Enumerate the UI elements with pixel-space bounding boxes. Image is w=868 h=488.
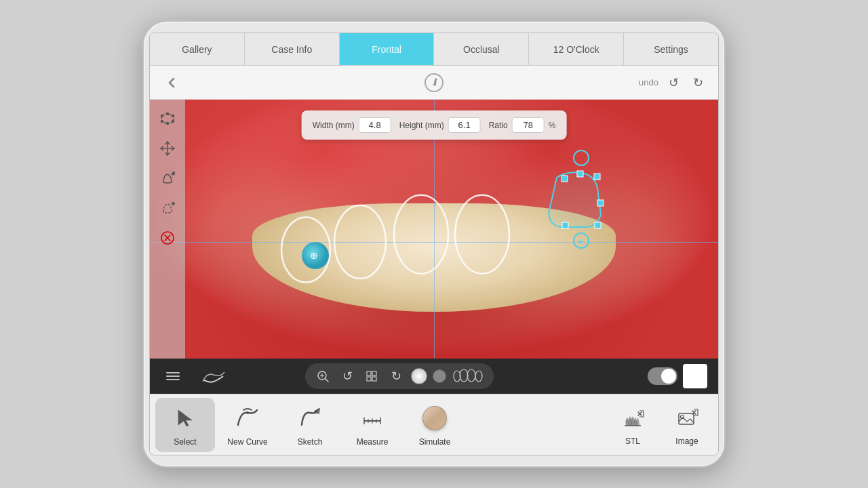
info-button[interactable]: ℹ <box>425 73 443 92</box>
select-tool[interactable]: Select <box>155 398 215 452</box>
shade-gray[interactable] <box>433 369 446 383</box>
select-icon <box>170 403 200 433</box>
measure-label: Measure <box>357 437 389 447</box>
svg-point-4 <box>167 123 169 125</box>
teeth-shape-selector[interactable] <box>452 368 486 384</box>
image-icon <box>672 404 702 434</box>
toolbar: ℹ undo ↺ ↻ <box>150 66 718 100</box>
svg-rect-30 <box>372 371 376 375</box>
svg-rect-27 <box>166 379 180 380</box>
svg-point-37 <box>246 411 249 414</box>
svg-rect-29 <box>367 371 371 375</box>
ratio-label: Ratio <box>489 121 508 130</box>
toggle-switch[interactable] <box>648 367 677 385</box>
image-label: Image <box>675 436 698 446</box>
new-curve-label: New Curve <box>227 437 267 447</box>
svg-rect-26 <box>166 375 180 377</box>
svg-text:⊕: ⊕ <box>310 250 318 261</box>
ratio-unit: % <box>549 121 556 130</box>
left-tools: + + <box>150 100 185 359</box>
svg-rect-16 <box>594 174 600 180</box>
ratio-input[interactable]: 78 <box>512 117 545 133</box>
main-area: + + <box>150 100 718 359</box>
redo-button[interactable]: ↻ <box>688 73 707 92</box>
tab-frontal[interactable]: Frontal <box>340 33 435 65</box>
svg-rect-17 <box>597 200 604 206</box>
tab-settings[interactable]: Settings <box>624 33 718 65</box>
redo-icon[interactable]: ↻ <box>387 367 406 386</box>
color-picker[interactable] <box>683 364 707 388</box>
tab-12oclock[interactable]: 12 O'Clock <box>529 33 624 65</box>
sketch-tool[interactable]: Sketch <box>280 398 340 452</box>
undo-label: undo <box>639 77 658 87</box>
svg-point-36 <box>475 371 482 382</box>
new-curve-icon <box>233 403 262 433</box>
svg-text:+: + <box>172 171 175 177</box>
svg-point-13 <box>455 195 509 274</box>
svg-point-20 <box>574 150 589 165</box>
svg-point-11 <box>334 205 386 279</box>
svg-text:✛: ✛ <box>578 238 583 245</box>
svg-rect-32 <box>372 377 376 381</box>
svg-text:+: + <box>172 201 175 207</box>
simulate-icon <box>420 403 450 433</box>
svg-rect-31 <box>367 377 371 381</box>
svg-point-5 <box>161 121 163 123</box>
undo-icon[interactable]: ↺ <box>338 367 357 386</box>
svg-rect-15 <box>577 171 583 177</box>
toolbar-right: undo ↺ ↻ <box>639 73 707 92</box>
stl-icon <box>618 404 648 434</box>
zoom-button[interactable] <box>313 367 332 386</box>
stl-tool[interactable]: STL <box>607 398 658 452</box>
measure-icon <box>357 403 387 433</box>
grid-icon[interactable] <box>362 367 381 386</box>
svg-point-3 <box>167 113 169 115</box>
tab-occlusal[interactable]: Occlusal <box>434 33 529 65</box>
height-field: Height (mm) 6.1 <box>399 117 481 133</box>
tab-bar: Gallery Case Info Frontal Occlusal 12 O'… <box>150 33 718 66</box>
add-freeform-tool[interactable]: + <box>154 195 181 222</box>
shade-white[interactable] <box>411 368 427 384</box>
app-container: Gallery Case Info Frontal Occlusal 12 O'… <box>149 33 719 455</box>
move-tool[interactable] <box>154 135 181 162</box>
simulate-label: Simulate <box>419 437 451 447</box>
canvas-area[interactable]: ✛ ⊕ Width (mm) 4.8 <box>150 100 718 359</box>
svg-point-12 <box>394 195 448 274</box>
width-field: Width (mm) 4.8 <box>313 117 391 133</box>
delete-tool[interactable] <box>154 224 181 251</box>
new-curve-tool[interactable]: New Curve <box>218 398 277 452</box>
menu-button[interactable] <box>161 364 185 388</box>
svg-point-35 <box>467 369 475 382</box>
view-controls: ↺ ↻ <box>305 363 494 389</box>
svg-rect-25 <box>166 372 180 373</box>
svg-rect-19 <box>595 222 601 228</box>
tool-bar: Select New Curve <box>150 394 718 455</box>
sketch-label: Sketch <box>298 437 323 447</box>
svg-rect-14 <box>561 176 568 182</box>
undo-button[interactable]: ↺ <box>664 73 683 92</box>
svg-rect-18 <box>562 222 568 228</box>
height-label: Height (mm) <box>399 121 444 130</box>
svg-point-1 <box>161 115 163 117</box>
lasso-tool[interactable] <box>154 105 181 132</box>
measure-tool[interactable]: Measure <box>342 398 402 452</box>
stl-label: STL <box>625 436 640 446</box>
sketch-icon <box>295 403 325 433</box>
svg-point-2 <box>172 115 174 117</box>
image-tool[interactable]: Image <box>661 398 713 452</box>
tab-gallery[interactable]: Gallery <box>150 33 245 65</box>
svg-point-6 <box>172 121 174 123</box>
measure-panel: Width (mm) 4.8 Height (mm) 6.1 Ratio 78 … <box>302 110 567 140</box>
svg-point-34 <box>460 369 468 382</box>
gum-curve-button[interactable] <box>201 364 226 388</box>
select-label: Select <box>174 437 196 447</box>
height-input[interactable]: 6.1 <box>448 117 481 133</box>
width-label: Width (mm) <box>313 121 355 130</box>
tab-case-info[interactable]: Case Info <box>245 33 340 65</box>
width-input[interactable]: 4.8 <box>359 117 391 133</box>
ratio-field: Ratio 78 % <box>489 117 556 133</box>
back-button[interactable] <box>161 72 182 94</box>
bottom-bar: ↺ ↻ <box>150 359 718 394</box>
add-shape-tool[interactable]: + <box>154 165 181 192</box>
simulate-tool[interactable]: Simulate <box>405 398 465 452</box>
